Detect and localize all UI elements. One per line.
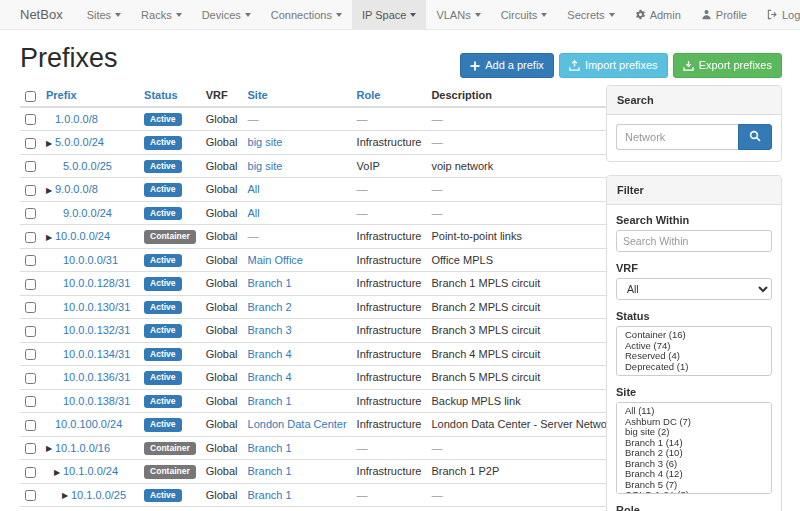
row-checkbox-cell — [20, 178, 41, 202]
role-cell: Infrastructure — [352, 295, 427, 319]
prefix-link[interactable]: 9.0.0.0/24 — [63, 207, 112, 219]
row-checkbox[interactable] — [25, 443, 36, 454]
column-header-role[interactable]: Role — [352, 85, 427, 107]
status-cell: Active — [139, 107, 201, 131]
row-checkbox[interactable] — [25, 161, 36, 172]
site-link[interactable]: All — [248, 183, 260, 195]
prefix-link[interactable]: 10.0.0.128/31 — [63, 277, 130, 289]
row-checkbox[interactable] — [25, 208, 36, 219]
empty-value: — — [357, 183, 368, 195]
site-link[interactable]: Main Office — [248, 254, 303, 266]
site-link[interactable]: big site — [248, 160, 283, 172]
table-row: 10.0.0.128/31ActiveGlobalBranch 1Infrast… — [20, 272, 621, 296]
nav-item-secrets[interactable]: Secrets — [557, 0, 624, 29]
row-checkbox[interactable] — [25, 326, 36, 337]
search-button[interactable] — [738, 124, 772, 150]
status-badge: Container — [144, 465, 196, 479]
nav-item-devices[interactable]: Devices — [192, 0, 261, 29]
multiselect-option[interactable]: Reserved (4) — [617, 351, 771, 362]
multiselect-option[interactable]: big site (2) — [617, 427, 771, 438]
prefix-link[interactable]: 10.1.0.0/16 — [55, 442, 110, 454]
site-link[interactable]: Branch 3 — [248, 324, 292, 336]
prefix-link[interactable]: 10.0.0.0/31 — [63, 254, 118, 266]
prefix-link[interactable]: 10.0.0.134/31 — [63, 348, 130, 360]
import-prefixes-button[interactable]: Import prefixes — [559, 53, 668, 78]
role-cell: Infrastructure — [352, 460, 427, 484]
site-cell: Branch 3 — [243, 319, 352, 343]
row-checkbox[interactable] — [25, 232, 36, 243]
prefix-link[interactable]: 10.1.0.0/24 — [63, 465, 118, 477]
prefix-link[interactable]: 9.0.0.0/8 — [55, 183, 98, 195]
filter-multiselect-site[interactable]: All (11)Ashburn DC (7)big site (2)Branch… — [616, 402, 772, 494]
site-link[interactable]: Branch 2 — [248, 301, 292, 313]
search-input[interactable] — [616, 124, 738, 150]
brand-logo[interactable]: NetBox — [0, 0, 77, 29]
row-checkbox[interactable] — [25, 114, 36, 125]
description-cell: — — [426, 507, 621, 511]
status-badge: Active — [144, 348, 182, 362]
prefix-link[interactable]: 10.0.100.0/24 — [55, 418, 122, 430]
row-checkbox[interactable] — [25, 490, 36, 501]
multiselect-option[interactable]: Branch 4 (12) — [617, 469, 771, 480]
status-cell: Active — [139, 413, 201, 437]
select-all-checkbox[interactable] — [25, 91, 36, 102]
multiselect-option[interactable]: Container (16) — [617, 330, 771, 341]
nav-item-sites[interactable]: Sites — [77, 0, 131, 29]
site-link[interactable]: London Data Center — [248, 418, 347, 430]
column-header-prefix[interactable]: Prefix — [41, 85, 139, 107]
prefix-link[interactable]: 1.0.0.0/8 — [55, 113, 98, 125]
filter-input-search-within[interactable] — [616, 230, 772, 252]
site-link[interactable]: Branch 4 — [248, 371, 292, 383]
nav-item-vlans[interactable]: VLANs — [426, 0, 490, 29]
row-checkbox[interactable] — [25, 396, 36, 407]
prefix-link[interactable]: 10.1.0.0/25 — [71, 489, 126, 501]
filter-multiselect-status[interactable]: Container (16)Active (74)Reserved (4)Dep… — [616, 326, 772, 376]
header-checkbox-cell — [20, 85, 41, 107]
row-checkbox[interactable] — [25, 138, 36, 149]
prefix-link[interactable]: 10.0.0.136/31 — [63, 371, 130, 383]
site-link[interactable]: big site — [248, 136, 283, 148]
nav-item-circuits[interactable]: Circuits — [491, 0, 558, 29]
nav-item-admin[interactable]: Admin — [625, 0, 691, 29]
row-checkbox[interactable] — [25, 467, 36, 478]
site-link[interactable]: Branch 1 — [248, 465, 292, 477]
prefix-link[interactable]: 10.0.0.132/31 — [63, 324, 130, 336]
multiselect-option[interactable]: Deprecated (1) — [617, 362, 771, 373]
export-prefixes-button[interactable]: Export prefixes — [673, 53, 782, 78]
site-link[interactable]: Branch 4 — [248, 348, 292, 360]
multiselect-option[interactable]: All (11) — [617, 406, 771, 417]
row-checkbox[interactable] — [25, 349, 36, 360]
indent-spacer — [46, 286, 54, 287]
row-checkbox[interactable] — [25, 420, 36, 431]
multiselect-option[interactable]: Branch 2 (10) — [617, 448, 771, 459]
row-checkbox[interactable] — [25, 373, 36, 384]
row-checkbox[interactable] — [25, 302, 36, 313]
site-link[interactable]: Branch 1 — [248, 442, 292, 454]
prefix-link[interactable]: 5.0.0.0/25 — [63, 160, 112, 172]
nav-item-log-out[interactable]: Log out — [757, 0, 800, 29]
prefix-link[interactable]: 10.0.0.0/24 — [55, 230, 110, 242]
row-checkbox[interactable] — [25, 185, 36, 196]
prefix-cell: 10.0.0.134/31 — [41, 342, 139, 366]
filter-select-vrf[interactable]: All — [616, 278, 772, 300]
site-link[interactable]: Branch 1 — [248, 277, 292, 289]
site-link[interactable]: Branch 1 — [248, 489, 292, 501]
prefix-cell: 10.0.0.138/31 — [41, 389, 139, 413]
site-link[interactable]: All — [248, 207, 260, 219]
row-checkbox[interactable] — [25, 279, 36, 290]
nav-item-racks[interactable]: Racks — [131, 0, 192, 29]
column-header-status[interactable]: Status — [139, 85, 201, 107]
prefix-link[interactable]: 10.0.0.138/31 — [63, 395, 130, 407]
expand-icon: ▶ — [54, 468, 63, 477]
add-a-prefix-button[interactable]: Add a prefix — [460, 53, 554, 78]
prefix-link[interactable]: 5.0.0.0/24 — [55, 136, 104, 148]
multiselect-option[interactable]: COLO-1-2A (3) — [617, 490, 771, 494]
row-checkbox[interactable] — [25, 255, 36, 266]
nav-item-connections[interactable]: Connections — [261, 0, 352, 29]
nav-item-profile[interactable]: Profile — [691, 0, 757, 29]
table-row: 10.0.0.138/31ActiveGlobalBranch 1Infrast… — [20, 389, 621, 413]
nav-item-ip-space[interactable]: IP Space — [352, 0, 426, 29]
column-header-site[interactable]: Site — [243, 85, 352, 107]
prefix-link[interactable]: 10.0.0.130/31 — [63, 301, 130, 313]
site-link[interactable]: Branch 1 — [248, 395, 292, 407]
